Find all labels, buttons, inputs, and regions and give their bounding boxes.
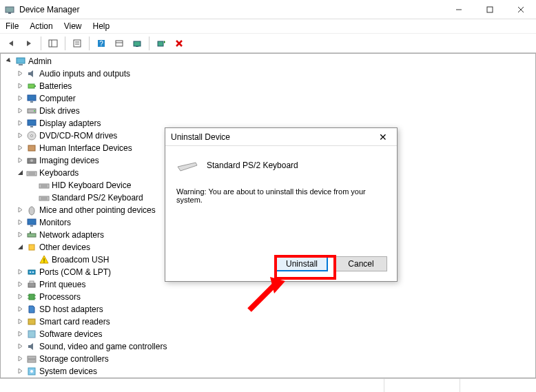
expand-arrow-icon[interactable] — [16, 219, 24, 227]
tree-category-node[interactable]: Sound, video and game controllers — [3, 340, 535, 353]
tree-category-node[interactable]: SD host adapters — [3, 303, 535, 316]
tree-node-label: Audio inputs and outputs — [39, 69, 130, 79]
tree-category-node[interactable]: Storage controllers — [3, 353, 535, 365]
expand-arrow-icon[interactable] — [16, 306, 24, 313]
svg-rect-15 — [134, 41, 141, 46]
expand-arrow-icon[interactable] — [16, 95, 24, 103]
device-category-icon — [26, 366, 37, 377]
device-category-icon — [26, 81, 37, 92]
svg-rect-56 — [29, 294, 34, 300]
svg-rect-47 — [28, 234, 36, 237]
tree-root-node[interactable]: Admin — [3, 55, 535, 68]
device-category-icon — [26, 155, 37, 166]
expand-arrow-icon[interactable] — [16, 169, 24, 177]
uninstall-button[interactable]: Uninstall — [276, 256, 328, 271]
device-category-icon — [26, 217, 37, 228]
statusbar — [0, 378, 536, 392]
minimize-button[interactable] — [443, 0, 474, 19]
device-category-icon — [26, 304, 37, 315]
expand-arrow-icon[interactable] — [5, 58, 13, 65]
svg-rect-32 — [28, 145, 35, 151]
tree-node-label: System devices — [39, 367, 97, 376]
svg-rect-61 — [28, 319, 35, 324]
svg-rect-51 — [28, 270, 35, 274]
tree-category-node[interactable]: Batteries — [3, 80, 535, 92]
dialog-warning-text: Warning: You are about to uninstall this… — [176, 187, 386, 204]
expand-arrow-icon[interactable] — [16, 244, 24, 251]
tree-node-label: Other devices — [39, 243, 90, 252]
tree-category-node[interactable]: Audio inputs and outputs — [3, 68, 535, 80]
show-hide-tree-button[interactable] — [45, 35, 61, 52]
keyboard-icon — [176, 157, 198, 174]
tree-category-node[interactable]: Smart card readers — [3, 316, 535, 328]
device-category-icon — [39, 180, 50, 191]
expand-arrow-icon[interactable] — [16, 368, 24, 375]
svg-rect-23 — [34, 85, 36, 87]
expand-arrow-icon[interactable] — [16, 132, 24, 140]
svg-rect-24 — [28, 95, 36, 101]
svg-point-52 — [30, 271, 31, 273]
back-button[interactable] — [3, 35, 19, 52]
expand-arrow-icon[interactable] — [16, 293, 24, 301]
expand-arrow-icon[interactable] — [16, 145, 24, 152]
svg-rect-55 — [30, 281, 34, 283]
action-button[interactable] — [111, 35, 127, 52]
expand-arrow-icon[interactable] — [16, 281, 24, 289]
menu-action[interactable]: Action — [30, 21, 52, 31]
tree-category-node[interactable]: Software devices — [3, 328, 535, 340]
tree-node-label: Mice and other pointing devices — [39, 205, 156, 215]
menu-help[interactable]: Help — [93, 21, 110, 31]
tree-node-label: Sound, video and game controllers — [39, 342, 167, 351]
expand-arrow-icon[interactable] — [16, 157, 24, 165]
uninstall-device-button[interactable] — [171, 35, 187, 52]
tree-category-node[interactable]: Computer — [3, 92, 535, 105]
expand-arrow-icon[interactable] — [16, 355, 24, 363]
device-category-icon — [26, 329, 37, 340]
tree-node-label: Broadcom USH — [52, 255, 109, 265]
expand-arrow-icon[interactable] — [16, 70, 24, 78]
device-category-icon — [26, 341, 37, 352]
svg-rect-49 — [29, 245, 34, 250]
titlebar: Device Manager — [0, 0, 536, 19]
device-category-icon — [26, 130, 37, 141]
close-button[interactable] — [505, 0, 536, 19]
tree-node-label: Computer — [39, 94, 76, 103]
menu-view[interactable]: View — [64, 21, 82, 31]
expand-arrow-icon[interactable] — [16, 318, 24, 326]
svg-point-27 — [34, 110, 35, 112]
scan-hardware-button[interactable] — [129, 35, 145, 52]
cancel-button[interactable]: Cancel — [335, 256, 387, 271]
tree-node-label: Standard PS/2 Keyboard — [52, 193, 143, 203]
expand-arrow-icon[interactable] — [16, 343, 24, 351]
expand-arrow-icon[interactable] — [16, 231, 24, 239]
menu-file[interactable]: File — [6, 21, 19, 31]
expand-arrow-icon[interactable] — [16, 331, 24, 338]
device-category-icon — [26, 167, 37, 178]
menubar: File Action View Help — [0, 19, 536, 34]
properties-button[interactable] — [69, 35, 85, 52]
tree-node-label: Human Interface Devices — [39, 143, 132, 153]
svg-rect-28 — [28, 120, 36, 125]
svg-rect-46 — [30, 225, 33, 227]
svg-point-31 — [31, 135, 33, 137]
forward-button[interactable] — [21, 35, 37, 52]
expand-arrow-icon[interactable] — [16, 107, 24, 115]
uninstall-dialog: Uninstall Device ✕ Standard PS/2 Keyboar… — [165, 127, 398, 282]
expand-arrow-icon[interactable] — [16, 120, 24, 127]
maximize-button[interactable] — [474, 0, 505, 19]
svg-text:!: ! — [43, 257, 45, 264]
dialog-close-button[interactable]: ✕ — [375, 132, 391, 143]
help-button[interactable]: ? — [93, 35, 110, 52]
tree-category-node[interactable]: System devices — [3, 365, 535, 378]
svg-rect-13 — [116, 41, 123, 46]
dialog-title: Uninstall Device — [171, 132, 375, 142]
tree-category-node[interactable]: Disk drives — [3, 105, 535, 117]
svg-text:?: ? — [99, 40, 103, 48]
expand-arrow-icon[interactable] — [16, 269, 24, 276]
tree-category-node[interactable]: Processors — [3, 291, 535, 303]
update-driver-button[interactable] — [153, 35, 169, 52]
expand-arrow-icon[interactable] — [16, 83, 24, 90]
device-category-icon: ! — [39, 254, 50, 265]
expand-arrow-icon[interactable] — [16, 207, 24, 214]
tree-node-label: Monitors — [39, 218, 71, 227]
